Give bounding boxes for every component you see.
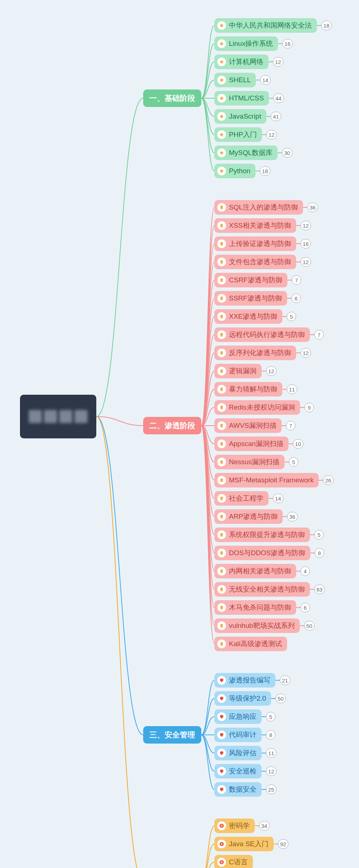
leaf-node[interactable]: 上传验证渗透与防御	[214, 236, 296, 251]
leaf-node[interactable]: Python	[214, 164, 255, 178]
leaf-node[interactable]: 远程代码执行渗透与防御	[214, 327, 310, 342]
star-icon	[217, 112, 226, 121]
leaf-node[interactable]: 应急响应	[214, 709, 262, 724]
leaf-node[interactable]: 安全巡检	[214, 764, 262, 779]
leaf-node[interactable]: XSS相关渗透与防御	[214, 218, 296, 233]
leaf-label: 等级保护2.0	[229, 694, 266, 703]
leaf-label: 系统权限提升渗透与防御	[229, 530, 305, 539]
heart-icon	[217, 676, 226, 685]
svg-point-63	[221, 533, 223, 535]
leaf-node[interactable]: 反序列化渗透与防御	[214, 346, 296, 360]
leaf-node[interactable]: $Java SE入门	[214, 837, 274, 851]
leaf-node[interactable]: 木马免杀问题与防御	[214, 600, 296, 615]
leaf-node[interactable]: SSRF渗透与防御	[214, 291, 287, 306]
leaf-node[interactable]: 计算机网络	[214, 55, 269, 69]
count-badge: 14	[273, 494, 283, 503]
count-badge: 12	[266, 366, 277, 376]
leaf-node[interactable]: 无线安全相关渗透与防御	[214, 582, 310, 597]
leaf-node[interactable]: Linux操作系统	[214, 36, 278, 51]
leaf-node[interactable]: Nessus漏洞扫描	[214, 455, 285, 469]
medal-icon	[217, 349, 226, 357]
count-badge: 6	[300, 603, 310, 612]
leaf-label: 风险评估	[229, 748, 257, 758]
svg-point-58	[221, 442, 223, 445]
leaf-node[interactable]: 逻辑漏洞	[214, 364, 262, 378]
count-badge: 50	[275, 694, 286, 703]
medal-icon	[217, 476, 226, 485]
leaf-node[interactable]: 暴力猜解与防御	[214, 382, 282, 397]
svg-point-45	[221, 206, 223, 208]
leaf-node[interactable]: 社会工程学	[214, 491, 269, 506]
medal-icon	[217, 567, 226, 576]
leaf-node[interactable]: PHP入门	[214, 127, 262, 142]
count-badge: 16	[300, 239, 311, 248]
count-badge: 7	[314, 330, 324, 339]
leaf-node[interactable]: 系统权限提升渗透与防御	[214, 527, 310, 542]
count-badge: 12	[266, 130, 277, 139]
leaf-node[interactable]: MSF-Metasploit Framework	[214, 473, 319, 487]
count-badge: 18	[260, 166, 270, 176]
svg-point-57	[221, 424, 223, 426]
medal-icon	[217, 512, 226, 521]
leaf-node[interactable]: SHELL	[214, 73, 256, 87]
leaf-label: 安全巡检	[229, 767, 257, 776]
category-mgmt[interactable]: 三、安全管理	[143, 726, 201, 744]
leaf-label: 内网相关渗透与防御	[229, 566, 291, 576]
count-badge: 12	[300, 348, 311, 358]
count-badge: 6	[291, 294, 301, 303]
medal-icon	[217, 258, 226, 266]
count-badge: 5	[289, 457, 298, 467]
leaf-label: Linux操作系统	[229, 39, 273, 48]
star-icon	[217, 57, 226, 66]
leaf-node[interactable]: vulnhub靶场实战系列	[214, 618, 300, 633]
leaf-label: 代码审计	[229, 730, 257, 740]
leaf-label: Kali高级渗透测试	[229, 639, 282, 649]
root-blur	[29, 410, 42, 423]
medal-icon	[217, 458, 226, 466]
medal-icon	[217, 276, 226, 284]
leaf-node[interactable]: HTML/CSS	[214, 91, 269, 105]
root-blur	[74, 410, 88, 423]
category-pentest[interactable]: 二、渗透阶段	[143, 417, 201, 434]
leaf-node[interactable]: 文件包含渗透与防御	[214, 255, 296, 269]
svg-point-50	[221, 296, 223, 299]
leaf-node[interactable]: ARP渗透与防御	[214, 509, 283, 524]
leaf-node[interactable]: 渗透报告编写	[214, 673, 275, 688]
leaf-node[interactable]: 等级保护2.0	[214, 691, 271, 706]
leaf-node[interactable]: 代码审计	[214, 728, 262, 742]
leaf-label: 上传验证渗透与防御	[229, 239, 291, 248]
star-icon	[217, 21, 226, 30]
leaf-label: SSRF渗透与防御	[229, 294, 282, 303]
leaf-node[interactable]: CSRF渗透与防御	[214, 273, 287, 287]
leaf-node[interactable]: 风险评估	[214, 746, 262, 760]
count-badge: 5	[266, 712, 275, 721]
leaf-label: 远程代码执行渗透与防御	[229, 330, 305, 339]
count-badge: 30	[282, 148, 293, 158]
count-badge: 21	[280, 676, 290, 685]
leaf-node[interactable]: AWVS漏洞扫描	[214, 418, 282, 433]
leaf-node[interactable]: Redis未授权访问漏洞	[214, 400, 300, 415]
heart-icon	[217, 712, 226, 721]
leaf-node[interactable]: Appscan漏洞扫描	[214, 437, 289, 451]
medal-icon	[217, 585, 226, 594]
leaf-node[interactable]: $C语言	[214, 855, 253, 868]
leaf-node[interactable]: 数据安全	[214, 782, 262, 797]
leaf-node[interactable]: 内网相关渗透与防御	[214, 564, 296, 578]
leaf-label: 渗透报告编写	[229, 676, 270, 685]
svg-point-56	[221, 406, 223, 408]
star-icon	[217, 39, 226, 48]
star-icon	[217, 94, 226, 103]
svg-text:$: $	[221, 824, 223, 828]
leaf-node[interactable]: Kali高级渗透测试	[214, 637, 287, 651]
leaf-node[interactable]: SQL注入的渗透与防御	[214, 200, 303, 215]
leaf-node[interactable]: DOS与DDOS渗透与防御	[214, 546, 310, 560]
medal-icon	[217, 312, 226, 321]
leaf-node[interactable]: $密码学	[214, 819, 255, 833]
svg-point-51	[221, 315, 223, 317]
leaf-node[interactable]: JavaScript	[214, 109, 266, 124]
leaf-node[interactable]: MySQL数据库	[214, 146, 278, 160]
leaf-node[interactable]: 中华人民共和国网络安全法	[214, 18, 317, 33]
category-basics[interactable]: 一、基础阶段	[143, 89, 201, 107]
medal-icon	[217, 385, 226, 394]
leaf-node[interactable]: XXE渗透与防御	[214, 309, 282, 324]
